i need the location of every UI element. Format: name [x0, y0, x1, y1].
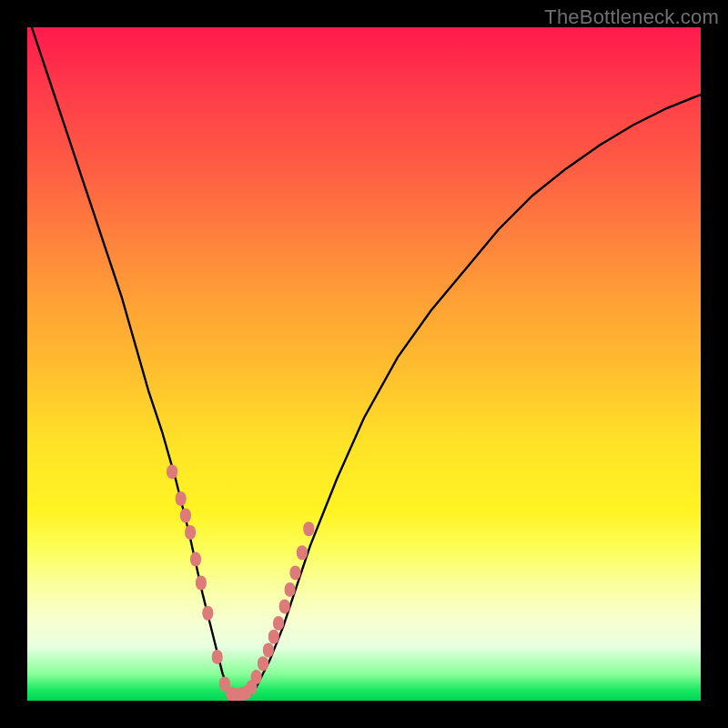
curve-marker — [290, 565, 301, 580]
curve-marker — [268, 630, 279, 644]
bottleneck-curve — [27, 27, 701, 697]
curve-marker — [258, 656, 268, 671]
curve-marker — [176, 491, 187, 506]
curve-marker — [167, 464, 177, 479]
curve-marker — [180, 509, 191, 523]
curve-marker — [273, 616, 284, 631]
curve-marker — [285, 582, 296, 597]
curve-marker — [263, 643, 274, 658]
curve-marker — [202, 606, 213, 621]
curve-marker — [185, 525, 196, 540]
curve-marker — [190, 552, 201, 567]
curve-marker — [196, 576, 207, 591]
marker-group — [167, 464, 314, 701]
curve-marker — [212, 650, 223, 664]
chart-plot-area — [27, 27, 701, 701]
curve-marker — [251, 670, 262, 684]
curve-marker — [279, 599, 290, 613]
curve-marker — [303, 521, 314, 536]
curve-marker — [297, 545, 308, 560]
watermark-text: TheBottleneck.com — [544, 5, 719, 29]
chart-frame: TheBottleneck.com — [0, 0, 728, 728]
chart-svg — [27, 27, 701, 701]
